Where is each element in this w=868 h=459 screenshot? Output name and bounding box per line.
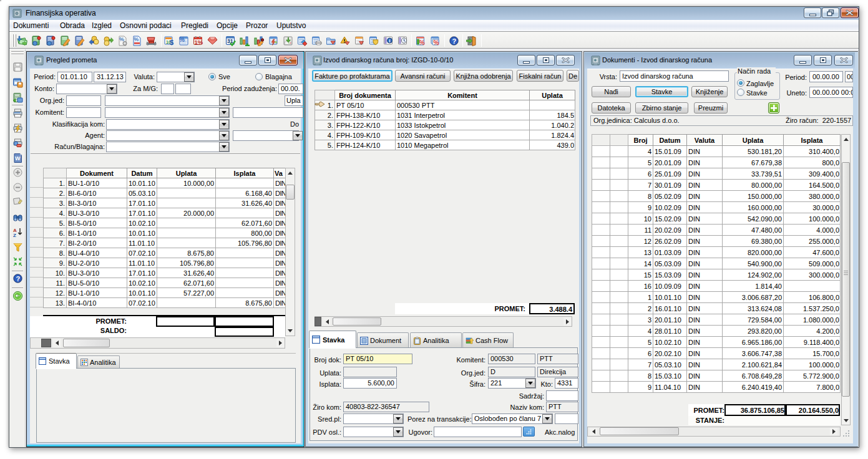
svg-text:%: %: [134, 36, 139, 42]
svg-text:?: ?: [16, 275, 21, 283]
svg-text:%: %: [419, 39, 425, 46]
svg-text:1%: 1%: [195, 39, 203, 46]
svg-text:$: $: [170, 39, 173, 46]
svg-text:?: ?: [452, 37, 457, 45]
svg-text:W: W: [15, 155, 21, 162]
svg-text:%: %: [434, 39, 439, 46]
svg-text:%: %: [119, 36, 124, 42]
svg-text:Z: Z: [13, 233, 16, 238]
svg-text:i: i: [389, 38, 390, 44]
svg-text:%: %: [179, 36, 185, 43]
